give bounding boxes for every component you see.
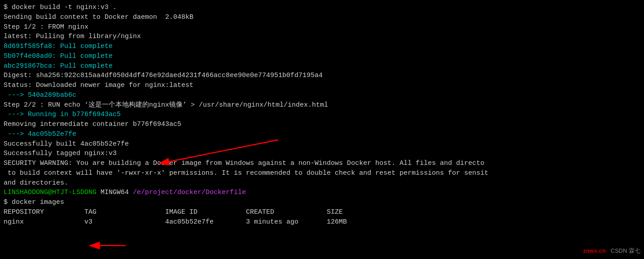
- terminal-line: to build context will have '-rwxr-xr-x' …: [4, 168, 640, 178]
- terminal-output: $ docker build -t nginx:v3 .Sending buil…: [4, 3, 640, 227]
- terminal-line: LINSHAODONG@HTJT-LSDONG MINGW64 /e/proje…: [4, 188, 640, 198]
- terminal-line: Step 1/2 : FROM nginx: [4, 22, 640, 32]
- terminal-line: SECURITY WARNING: You are building a Doc…: [4, 159, 640, 168]
- terminal-line: REPOSITORY TAG IMAGE ID CREATED SIZE: [4, 207, 640, 217]
- watermark-site: znwx.cn: [583, 247, 606, 254]
- terminal-line: Digest: sha256:922c815aa4df050d4df476e92…: [4, 71, 640, 81]
- terminal-window: $ docker build -t nginx:v3 .Sending buil…: [0, 0, 644, 259]
- terminal-line: Status: Downloaded newer image for nginx…: [4, 81, 640, 91]
- watermark: znwx.cn CSDN 霖七: [583, 247, 640, 255]
- terminal-line: Removing intermediate container b776f694…: [4, 120, 640, 130]
- terminal-line: ---> 540a289bab6c: [4, 91, 640, 100]
- terminal-line: and directories.: [4, 178, 640, 188]
- watermark-author: CSDN 霖七: [611, 247, 640, 254]
- terminal-line: Successfully built 4ac05b52e7fe: [4, 139, 640, 149]
- terminal-line: $ docker images: [4, 198, 640, 207]
- terminal-line: ---> Running in b776f6943ac5: [4, 110, 640, 120]
- terminal-line: Successfully tagged nginx:v3: [4, 149, 640, 159]
- terminal-line: Step 2/2 : RUN echo ‘这是一个本地构建的nginx镜像’ >…: [4, 100, 640, 110]
- terminal-line: $ docker build -t nginx:v3 .: [4, 3, 640, 13]
- terminal-line: abc291867bca: Pull complete: [4, 61, 640, 71]
- terminal-line: nginx v3 4ac05b52e7fe 3 minutes ago 126M…: [4, 217, 640, 227]
- terminal-line: ---> 4ac05b52e7fe: [4, 130, 640, 139]
- terminal-line: 5b07f4e08ad0: Pull complete: [4, 52, 640, 61]
- terminal-line: latest: Pulling from library/nginx: [4, 32, 640, 42]
- terminal-line: 8d691f585fa8: Pull complete: [4, 42, 640, 52]
- terminal-line: Sending build context to Docker daemon 2…: [4, 13, 640, 22]
